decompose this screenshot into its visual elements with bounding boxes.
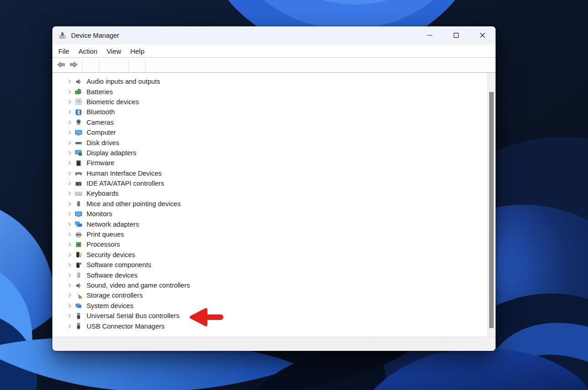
chevron-right-icon[interactable] [66, 78, 73, 85]
chevron-right-icon[interactable] [66, 200, 73, 208]
update-driver-button[interactable] [131, 59, 143, 71]
mouse-icon [75, 200, 82, 208]
show-hide-action-pane-button[interactable] [114, 59, 127, 71]
menu-help[interactable]: Help [126, 45, 149, 57]
toolbar-separator [82, 60, 82, 70]
chevron-right-icon[interactable] [66, 170, 73, 177]
close-button[interactable] [469, 26, 496, 45]
ide-controller-icon [75, 180, 82, 187]
chevron-right-icon[interactable] [66, 139, 73, 147]
tree-item[interactable]: Sound, video and game controllers [52, 280, 488, 290]
menubar: FileActionViewHelp [52, 45, 496, 58]
tree-item[interactable]: Storage controllers [52, 290, 488, 300]
tree-item[interactable]: Security devices [52, 250, 488, 260]
tree-item[interactable]: Disk drives [52, 137, 488, 147]
tree-item-label: USB Connector Managers [87, 323, 164, 330]
tree-item[interactable]: Computer [52, 127, 488, 137]
tree-item[interactable]: Software devices [52, 270, 488, 280]
tree-item-label: Network adapters [87, 221, 139, 228]
tree-item-label: Display adapters [87, 149, 136, 157]
tree-item[interactable]: Cameras [52, 117, 488, 127]
chevron-right-icon[interactable] [66, 129, 73, 136]
chevron-right-icon[interactable] [66, 108, 73, 116]
chevron-right-icon[interactable] [66, 292, 73, 299]
minimize-button[interactable] [416, 26, 443, 45]
chevron-right-icon[interactable] [66, 159, 73, 167]
tree-item[interactable]: Network adapters [52, 219, 488, 229]
titlebar[interactable]: Device Manager [52, 26, 496, 45]
forward-arrow-icon [69, 60, 79, 71]
tree-item-label: Mice and other pointing devices [87, 200, 181, 208]
chevron-right-icon[interactable] [66, 312, 73, 319]
camera-icon [75, 118, 82, 126]
tree-item[interactable]: Bluetooth [52, 107, 488, 117]
toolbar-separator [145, 60, 146, 70]
software-component-icon [75, 261, 82, 269]
tree-item-label: Sound, video and game controllers [87, 282, 190, 289]
bluetooth-icon [75, 108, 82, 116]
tree-item[interactable]: Firmware [52, 158, 488, 168]
chevron-right-icon[interactable] [66, 323, 73, 330]
tree-item-label: Firmware [87, 159, 114, 167]
tree-item-label: Human Interface Devices [87, 170, 162, 177]
storage-controller-icon [75, 292, 82, 299]
tree-item[interactable]: IDE ATA/ATAPI controllers [52, 178, 488, 188]
menu-action[interactable]: Action [74, 45, 102, 57]
tree-item[interactable]: Monitors [52, 209, 488, 219]
chevron-right-icon[interactable] [66, 282, 73, 289]
tree-item-label: Processors [87, 241, 120, 248]
fingerprint-icon [75, 98, 82, 106]
tree-item-label: Universal Serial Bus controllers [87, 312, 179, 319]
vertical-scrollbar[interactable] [487, 73, 496, 337]
statusbar [52, 337, 496, 351]
window-controls [416, 26, 496, 45]
tree-item-label: Cameras [87, 119, 114, 126]
tree-item[interactable]: Display adapters [52, 148, 488, 158]
tree-item[interactable]: System devices [52, 301, 488, 311]
statusbar-separator [369, 338, 370, 350]
window-title: Device Manager [71, 32, 119, 39]
tree-item[interactable]: Universal Serial Bus controllers [52, 311, 488, 321]
help-button[interactable]: ? [101, 59, 114, 71]
chevron-right-icon[interactable] [66, 231, 73, 238]
chevron-right-icon[interactable] [66, 180, 73, 187]
forward-button[interactable] [67, 59, 80, 71]
tree-item[interactable]: Print queues [52, 229, 488, 239]
network-adapter-icon [75, 220, 82, 228]
show-hide-console-tree-button[interactable] [84, 59, 97, 71]
battery-icon [75, 88, 82, 96]
chevron-right-icon[interactable] [66, 221, 73, 228]
device-manager-window: Device Manager FileActionViewHelp ? Audi… [52, 26, 496, 351]
tree-item[interactable]: Audio inputs and outputs [52, 76, 488, 86]
chevron-right-icon[interactable] [66, 88, 73, 96]
chevron-right-icon[interactable] [66, 261, 73, 268]
maximize-button[interactable] [443, 26, 469, 45]
back-button[interactable] [55, 59, 67, 71]
chevron-right-icon[interactable] [66, 251, 73, 258]
disk-drive-icon [75, 139, 82, 147]
tree-item[interactable]: Batteries [52, 86, 488, 96]
display-adapter-icon [75, 149, 82, 157]
tree-item[interactable]: Biometric devices [52, 97, 488, 107]
tree-item[interactable]: Keyboards [52, 188, 488, 198]
tree-item[interactable]: Software components [52, 260, 488, 270]
chevron-right-icon[interactable] [66, 98, 73, 106]
chevron-right-icon[interactable] [66, 210, 73, 218]
chevron-right-icon[interactable] [66, 190, 73, 197]
chevron-right-icon[interactable] [66, 272, 73, 279]
chevron-right-icon[interactable] [66, 241, 73, 248]
menu-view[interactable]: View [102, 45, 126, 57]
gamepad-icon [75, 169, 82, 177]
scrollbar-thumb[interactable] [489, 92, 494, 328]
chevron-right-icon[interactable] [66, 302, 73, 309]
close-icon [480, 32, 485, 39]
tree-item[interactable]: Processors [52, 239, 488, 249]
scan-for-hardware-changes-button[interactable] [148, 59, 160, 71]
tree-item[interactable]: USB Connector Managers [52, 321, 488, 331]
maximize-icon [454, 32, 459, 39]
chevron-right-icon[interactable] [66, 149, 73, 157]
tree-item[interactable]: Mice and other pointing devices [52, 199, 488, 209]
menu-file[interactable]: File [54, 45, 74, 57]
chevron-right-icon[interactable] [66, 119, 73, 126]
tree-item[interactable]: Human Interface Devices [52, 168, 488, 178]
